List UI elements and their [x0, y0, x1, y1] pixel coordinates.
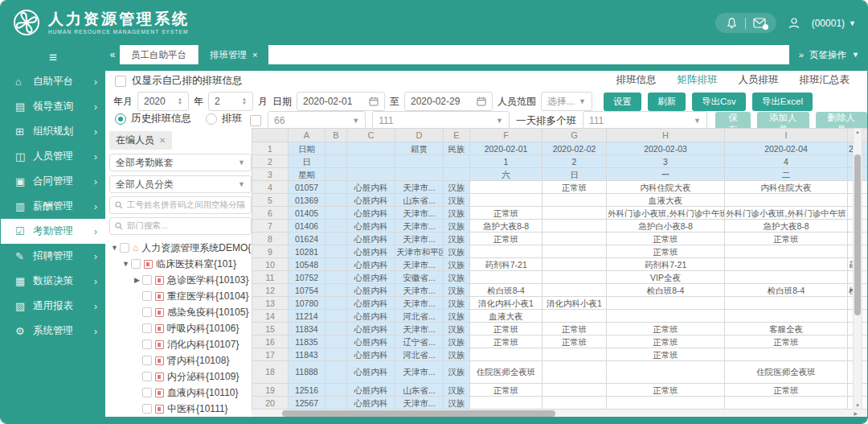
grid-cell[interactable]: 心脏内科	[347, 271, 395, 284]
row-number[interactable]: 16	[252, 335, 289, 348]
user-code-menu[interactable]: (00001) ▼	[812, 18, 856, 29]
grid-cell[interactable]	[326, 323, 347, 335]
grid-cell[interactable]: 正常班	[725, 233, 848, 245]
grid-cell[interactable]	[725, 310, 848, 323]
tab-shift-management[interactable]: 排班管理 ×	[199, 45, 268, 64]
grid-cell[interactable]: 心脏内科	[347, 323, 395, 335]
grid-cell[interactable]: 11843	[289, 348, 326, 361]
tree-node-4[interactable]: 感染免疫科{10105}	[109, 304, 252, 320]
grid-cell[interactable]: 2020-02-04	[725, 142, 848, 155]
grid-cell[interactable]: 心脏内科	[347, 220, 395, 233]
tree-checkbox[interactable]	[142, 323, 152, 333]
row-number[interactable]: 9	[252, 245, 289, 258]
close-icon[interactable]: ×	[252, 51, 257, 60]
grid-cell[interactable]: 11214	[289, 310, 326, 323]
grid-cell[interactable]: 心脏内科	[347, 297, 395, 310]
grid-cell[interactable]: 心脏内科	[347, 284, 395, 297]
tree-expand-icon[interactable]: ▶	[132, 276, 142, 284]
tab-self-service-platform[interactable]: 员工自助平台	[120, 45, 199, 64]
grid-cell[interactable]: 急护大夜8-8	[470, 220, 542, 233]
sidebar-item-self-service[interactable]: ⌂自助平台›	[1, 69, 105, 94]
user-icon[interactable]	[788, 17, 800, 30]
grid-cell[interactable]	[347, 155, 395, 168]
grid-cell[interactable]: 消化内科小夜1	[470, 297, 542, 310]
grid-cell[interactable]: VIP全夜	[607, 271, 725, 284]
tree-node-6[interactable]: 消化内科{10107}	[109, 336, 252, 352]
grid-cell[interactable]: 正常班	[542, 323, 607, 335]
view-tab-1[interactable]: 矩阵排班	[678, 73, 718, 87]
row-number[interactable]: 10	[252, 258, 289, 271]
grid-cell[interactable]: 二	[725, 168, 848, 181]
grid-cell[interactable]	[542, 384, 607, 397]
column-header-C[interactable]: C	[347, 129, 395, 142]
grid-cell[interactable]: 11834	[289, 323, 326, 335]
column-header-B[interactable]: B	[326, 129, 347, 142]
grid-cell[interactable]: 汉族	[444, 361, 470, 384]
grid-cell[interactable]	[542, 348, 607, 361]
vertical-scroll-thumb[interactable]	[854, 154, 861, 315]
tab-scroll-left[interactable]: «	[105, 45, 120, 64]
grid-cell[interactable]: 汉族	[444, 181, 470, 194]
grid-cell[interactable]: 汉族	[444, 271, 470, 284]
column-header-A[interactable]: A	[289, 129, 326, 142]
grid-cell[interactable]: 急护大夜8-8	[725, 220, 848, 233]
horizontal-scroll-thumb[interactable]	[282, 410, 555, 417]
grid-cell[interactable]: 正常班	[725, 384, 848, 397]
grid-cell[interactable]	[542, 397, 607, 410]
grid-cell[interactable]	[470, 397, 542, 410]
close-icon[interactable]: ✕	[159, 136, 166, 145]
grid-cell[interactable]: 11888	[289, 361, 326, 384]
row-number[interactable]: 11	[252, 271, 289, 284]
grid-cell[interactable]: 天津市...	[395, 361, 444, 384]
sidebar-item-attendance[interactable]: ☑考勤管理›	[1, 219, 105, 244]
grid-cell[interactable]: 汉族	[444, 258, 470, 271]
grid-cell[interactable]: 天津市...	[395, 297, 444, 310]
grid-cell[interactable]	[542, 271, 607, 284]
grid-cell[interactable]: 01405	[289, 207, 326, 220]
grid-cell[interactable]	[470, 245, 542, 258]
shift-radio[interactable]	[206, 113, 217, 125]
spinner-icons[interactable]: ▲▼	[237, 97, 247, 105]
grid-cell[interactable]: 正常班	[470, 323, 542, 335]
grid-cell[interactable]: 心脏内科	[347, 245, 395, 258]
sidebar-item-personnel[interactable]: ◫人员管理›	[1, 144, 105, 169]
grid-cell[interactable]: 心脏内科	[347, 335, 395, 348]
grid-cell[interactable]: 汉族	[444, 323, 470, 335]
grid-cell[interactable]: 天津市...	[395, 323, 444, 335]
grid-cell[interactable]	[607, 297, 725, 310]
grid-cell[interactable]: 12567	[289, 397, 326, 410]
grid-cell[interactable]: 汉族	[444, 297, 470, 310]
grid-cell[interactable]	[470, 348, 542, 361]
grid-cell[interactable]	[326, 142, 347, 155]
grid-cell[interactable]	[326, 194, 347, 207]
grid-cell[interactable]	[542, 207, 607, 220]
sidebar-item-recruitment[interactable]: ✎招聘管理›	[1, 244, 105, 269]
grid-cell[interactable]	[725, 348, 848, 361]
grid-cell[interactable]	[542, 245, 607, 258]
tree-checkbox[interactable]	[142, 372, 152, 381]
vertical-scrollbar[interactable]: ▲ ▼	[853, 128, 862, 410]
grid-cell[interactable]	[326, 335, 347, 348]
column-header-F[interactable]: F	[470, 129, 542, 142]
grid-cell[interactable]	[725, 245, 848, 258]
grid-cell[interactable]: 河北省...	[395, 348, 444, 361]
grid-cell[interactable]: 检白班8-4	[725, 284, 848, 297]
tree-checkbox[interactable]	[142, 275, 152, 285]
grid-cell[interactable]: 消化内科小夜1	[542, 297, 607, 310]
grid-cell[interactable]: 药剂科7-21	[607, 258, 725, 271]
grid-cell[interactable]: 内科住院大夜	[607, 181, 725, 194]
person-search-input[interactable]: 工号姓名拼音码之间用空格分隔	[109, 196, 252, 214]
grid-cell[interactable]: 10752	[289, 271, 326, 284]
grid-cell[interactable]: 汉族	[444, 335, 470, 348]
grid-cell[interactable]	[347, 142, 395, 155]
grid-cell[interactable]: 汉族	[444, 233, 470, 245]
grid-cell[interactable]: 六	[470, 168, 542, 181]
grid-cell[interactable]: 汉族	[444, 245, 470, 258]
grid-cell[interactable]: 天津市...	[395, 397, 444, 410]
grid-cell[interactable]: 血液大夜	[470, 310, 542, 323]
grid-cell[interactable]: 星期	[289, 168, 326, 181]
tree-node-0[interactable]: ▼⌂人力资源管理系统DEMO{1}	[109, 240, 252, 256]
grid-cell[interactable]	[326, 245, 347, 258]
grid-cell[interactable]: 心脏内科	[347, 397, 395, 410]
grid-cell[interactable]: 汉族	[444, 194, 470, 207]
